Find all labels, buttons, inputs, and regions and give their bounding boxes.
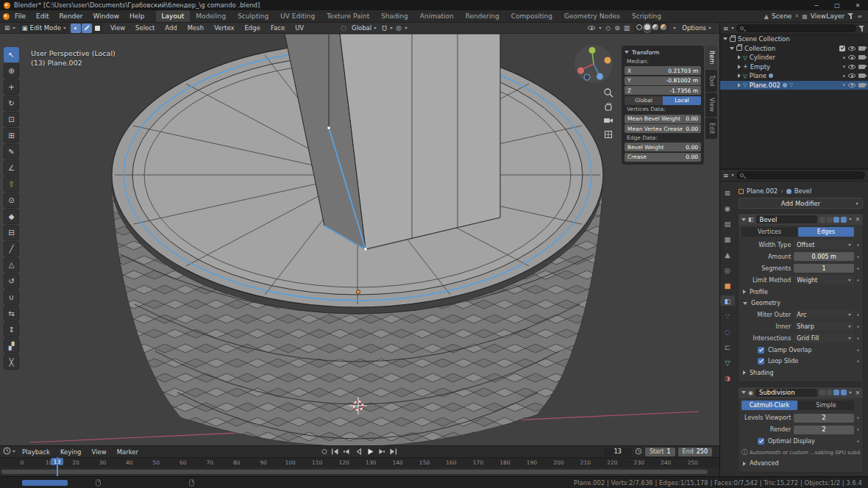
timeline-editor-icon[interactable]: [3, 447, 11, 456]
jump-to-end-button[interactable]: [389, 448, 398, 456]
scene-selector[interactable]: Scene: [772, 12, 791, 20]
collection-checkbox[interactable]: [839, 46, 845, 51]
hide-eye-icon[interactable]: [848, 65, 855, 69]
selectability-dot-icon[interactable]: [843, 65, 845, 68]
viewport-3d[interactable]: ↖ ⊕ + ↻ ⊡ ⊞ ✎ ∠ ⇧ ⊙ ◆ ⊟: [0, 34, 719, 445]
zoom-icon[interactable]: [602, 87, 614, 98]
tab-vertices[interactable]: Vertices: [741, 227, 797, 237]
miter-outer-dropdown[interactable]: Arc: [794, 310, 854, 319]
snap-magnet-icon[interactable]: Ω: [382, 24, 387, 32]
on-cage-toggle-icon[interactable]: [819, 390, 825, 395]
playhead-frame-label[interactable]: 13: [51, 458, 63, 465]
levels-viewport-field[interactable]: 2: [794, 414, 854, 423]
tool-button[interactable]: ✎: [4, 144, 19, 159]
editor-type-button[interactable]: ⊞: [2, 24, 18, 33]
properties-tab[interactable]: ∵: [722, 311, 733, 321]
segments-field[interactable]: 1: [794, 264, 854, 273]
realtime-toggle-icon[interactable]: [833, 390, 839, 395]
orientation-dropdown[interactable]: Global: [349, 24, 379, 33]
clamp-overlap-checkbox[interactable]: [758, 347, 764, 354]
tool-button[interactable]: ∠: [4, 160, 19, 176]
global-button[interactable]: Global: [625, 96, 663, 105]
mode-dropdown[interactable]: ▣ Edit Mode: [20, 24, 68, 33]
camera-view-icon[interactable]: [602, 115, 614, 126]
geometry-section-header[interactable]: Geometry: [741, 298, 860, 308]
rendered-shading-button[interactable]: [661, 24, 666, 32]
tool-button[interactable]: ∪: [4, 290, 19, 305]
crease-field[interactable]: Crease 0.00: [625, 153, 701, 162]
tool-button[interactable]: ▞: [4, 338, 19, 354]
viewport-menu-item[interactable]: Select: [130, 24, 160, 32]
properties-tab[interactable]: ⊠: [722, 187, 733, 198]
next-keyframe-button[interactable]: [377, 448, 386, 456]
hide-eye-icon[interactable]: [848, 73, 855, 78]
expand-arrow-icon[interactable]: [730, 47, 734, 50]
median-y-field[interactable]: Y -0.81002 m: [625, 76, 701, 85]
render-visibility-icon[interactable]: [858, 65, 865, 69]
collapse-arrow-icon[interactable]: [741, 391, 746, 394]
selectability-dot-icon[interactable]: [843, 75, 845, 77]
app-menu-item[interactable]: File: [10, 12, 31, 20]
view-layer-selector[interactable]: ViewLayer: [811, 12, 844, 20]
viewport-menu-item[interactable]: Edge: [240, 24, 266, 32]
properties-tab[interactable]: ◑: [722, 373, 733, 383]
properties-tab[interactable]: ▦: [722, 234, 733, 244]
pivot-point-icon[interactable]: ◌: [341, 24, 346, 32]
expand-arrow-icon[interactable]: [738, 83, 741, 87]
median-x-field[interactable]: X 0.21703 m: [625, 66, 701, 75]
render-visibility-icon[interactable]: [858, 46, 865, 51]
properties-tab[interactable]: ▲: [722, 249, 733, 259]
workspace-tab[interactable]: Rendering: [460, 10, 505, 22]
local-button[interactable]: Local: [663, 96, 701, 105]
viewport-menu-item[interactable]: Face: [266, 24, 290, 32]
hide-eye-icon[interactable]: [848, 83, 855, 87]
workspace-tab[interactable]: Geometry Nodes: [558, 10, 626, 22]
timeline-menu-item[interactable]: Keying: [55, 448, 87, 456]
timeline-menu-item[interactable]: Marker: [112, 448, 143, 456]
overlays-icon[interactable]: ⊚: [614, 24, 620, 32]
blender-menu-icon[interactable]: [3, 13, 10, 20]
play-button[interactable]: [366, 448, 374, 456]
expand-arrow-icon[interactable]: [738, 65, 741, 69]
shading-section-header[interactable]: Shading: [741, 368, 860, 378]
workspace-tab[interactable]: Modeling: [190, 10, 232, 22]
jump-to-start-button[interactable]: [330, 448, 339, 456]
tool-button[interactable]: ↕: [4, 322, 19, 337]
render-toggle-icon[interactable]: [841, 217, 847, 223]
properties-tab[interactable]: ▽: [722, 357, 733, 367]
tool-button[interactable]: ⊙: [4, 193, 19, 208]
outliner-row-cylinder[interactable]: ▽ Cylinder: [720, 53, 868, 62]
filter-funnel-icon[interactable]: [847, 13, 854, 19]
render-layers-icon[interactable]: ≡: [857, 13, 862, 20]
pan-hand-icon[interactable]: [602, 101, 614, 112]
width-type-dropdown[interactable]: Offset: [794, 240, 854, 249]
hide-eye-icon[interactable]: [848, 46, 855, 51]
breadcrumb-modifier[interactable]: Bevel: [794, 187, 812, 195]
material-preview-button[interactable]: [652, 24, 658, 32]
vertex-select-button[interactable]: [71, 24, 81, 33]
start-frame-field[interactable]: Start 1: [645, 448, 675, 456]
tool-button[interactable]: ⇧: [4, 176, 19, 192]
collapse-arrow-icon[interactable]: [741, 218, 746, 221]
modifier-extras-icon[interactable]: [849, 392, 852, 394]
modifier-extras-icon[interactable]: [849, 218, 852, 220]
intersections-dropdown[interactable]: Grid Fill: [794, 334, 854, 342]
edge-select-button[interactable]: [82, 24, 92, 33]
face-select-button[interactable]: [93, 24, 103, 33]
expand-arrow-icon[interactable]: [738, 73, 741, 78]
outliner-row-plane[interactable]: ▽ Plane: [720, 71, 868, 81]
transform-panel-header[interactable]: Transform: [625, 48, 701, 57]
tool-button[interactable]: ⇆: [4, 306, 19, 321]
bevel-modifier-header[interactable]: ◧ Bevel ✕: [739, 214, 863, 225]
breadcrumb-object[interactable]: Plane.002: [747, 187, 778, 195]
limit-method-dropdown[interactable]: Weight: [794, 276, 854, 284]
outliner-row-empty[interactable]: + Empty: [720, 62, 868, 72]
prev-keyframe-button[interactable]: [342, 448, 351, 456]
render-visibility-icon[interactable]: [858, 73, 865, 78]
n-panel-tab[interactable]: Edit: [705, 118, 717, 140]
median-z-field[interactable]: Z -1.7356 m: [625, 86, 701, 95]
properties-tab[interactable]: ■: [722, 280, 733, 290]
properties-tab[interactable]: ◧: [720, 295, 735, 306]
properties-tab[interactable]: ◉: [722, 203, 733, 213]
mean-bevel-weight-field[interactable]: Mean Bevel Weight 0.00: [625, 115, 701, 123]
